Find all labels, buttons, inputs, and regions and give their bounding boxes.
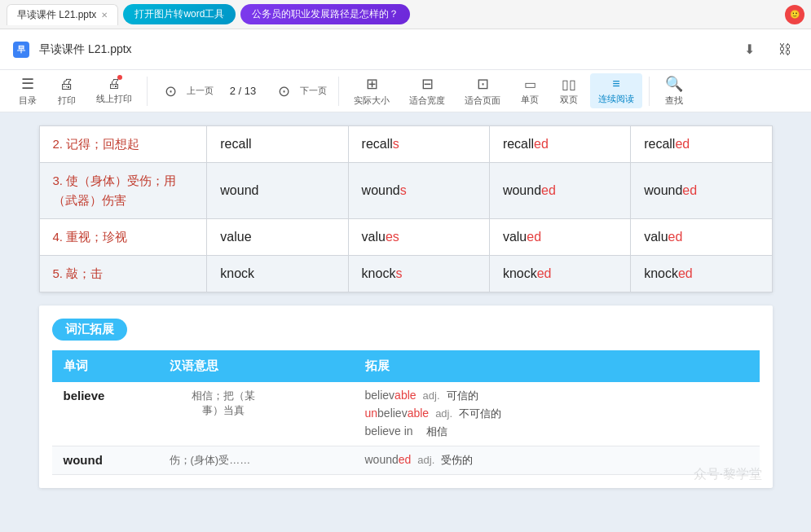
ed-form-1: knocked — [489, 256, 630, 292]
catalog-icon: ☰ — [21, 75, 34, 93]
expansion-item: believe in 相信 — [365, 424, 748, 439]
tab-title: 早读课件 L21.pptx — [17, 8, 96, 22]
toolbar-fit-width[interactable]: ⊟ 适合宽度 — [401, 72, 453, 110]
ed-form-2: valued — [631, 219, 772, 256]
expansion-pos: adj. — [417, 454, 434, 466]
toolbar-scroll-read[interactable]: ≡ 连续阅读 — [590, 73, 642, 108]
expansion-list: believable adj. 可信的 unbelievable adj. 不可… — [365, 389, 748, 439]
next-page-button[interactable]: ⊙ — [272, 80, 295, 103]
expansion-meaning: 不可信的 — [459, 407, 501, 421]
vocab-table: 单词 汉语意思 拓展 believe 相信；把（某事）当真 believable — [52, 350, 760, 475]
header-expansion: 拓展 — [354, 350, 760, 382]
vocab-space-cell — [289, 382, 354, 446]
vocab-expansion-cell: believable adj. 可信的 unbelievable adj. 不可… — [354, 382, 760, 446]
ed-form-2: wounded — [631, 163, 772, 219]
next-page-nav: ⊙ 下一页 — [267, 80, 332, 103]
print-label: 打印 — [58, 95, 76, 107]
app-title: 早读课件 L21.pptx — [39, 42, 132, 57]
ed-form-2: knocked — [631, 256, 772, 292]
share-icon: ⛓ — [778, 42, 791, 57]
fit-page-icon: ⊡ — [477, 75, 489, 93]
base-form: knock — [207, 256, 348, 292]
toolbar-online-print[interactable]: 🖨 线上打印 — [88, 73, 140, 108]
main-content: 2. 记得；回想起 recall recalls recalled recall… — [0, 112, 811, 532]
catalog-label: 目录 — [19, 95, 37, 107]
search-icon: 🔍 — [665, 75, 683, 93]
word-conjugation-table: 2. 记得；回想起 recall recalls recalled recall… — [39, 125, 773, 292]
career-question-button[interactable]: 公务员的职业发展路径是怎样的？ — [240, 4, 410, 24]
single-label: 单页 — [521, 94, 539, 106]
table-header-row: 单词 汉语意思 拓展 — [52, 350, 760, 382]
single-page-icon: ▭ — [524, 77, 536, 92]
header-spacer — [289, 350, 354, 382]
chinese-meaning: 5. 敲；击 — [39, 256, 207, 292]
ed-form-2: recalled — [631, 126, 772, 163]
print-icon: 🖨 — [60, 76, 74, 93]
tab-close-button[interactable]: ✕ — [101, 11, 108, 20]
table-row: 3. 使（身体）受伤；用（武器）伤害 wound wounds wounded … — [39, 163, 772, 219]
chinese-meaning: 3. 使（身体）受伤；用（武器）伤害 — [39, 163, 207, 219]
expansion-word: wounded — [365, 453, 412, 466]
toolbar-actual-size[interactable]: ⊞ 实际大小 — [346, 72, 398, 110]
toolbar-print[interactable]: 🖨 打印 — [49, 73, 85, 110]
toolbar-fit-page[interactable]: ⊡ 适合页面 — [456, 72, 509, 110]
ed-form-1: wounded — [489, 163, 630, 219]
toolbar-double-page[interactable]: ▯▯ 双页 — [551, 73, 587, 109]
vocab-cn-cell: 伤；(身体)受…… — [158, 446, 289, 475]
double-page-icon: ▯▯ — [562, 77, 576, 92]
fit-width-label: 适合宽度 — [409, 95, 445, 107]
toolbar-search[interactable]: 🔍 查找 — [656, 72, 692, 110]
s-form: wounds — [348, 163, 489, 219]
share-button[interactable]: ⛓ — [772, 37, 798, 63]
double-label: 双页 — [560, 94, 578, 106]
expansion-pos: adj. — [435, 407, 452, 420]
word-table-container: 2. 记得；回想起 recall recalls recalled recall… — [39, 125, 773, 292]
online-print-icon: 🖨 — [108, 77, 121, 91]
toolbar-divider-3 — [649, 77, 650, 106]
table-row: 4. 重视；珍视 value values valued valued — [39, 219, 772, 256]
app-logo: 早 — [13, 42, 29, 58]
scroll-icon: ≡ — [612, 77, 619, 91]
page-number-display: 2 / 13 — [222, 85, 264, 97]
chinese-meaning: 2. 记得；回想起 — [39, 126, 207, 163]
fit-width-icon: ⊟ — [421, 75, 434, 93]
toolbar-single-page[interactable]: ▭ 单页 — [512, 73, 548, 109]
vocab-word-cell: wound — [52, 446, 158, 475]
active-tab[interactable]: 早读课件 L21.pptx ✕ — [7, 4, 118, 25]
expansion-item: believable adj. 可信的 — [365, 389, 748, 403]
actual-size-icon: ⊞ — [366, 75, 378, 93]
prev-page-button[interactable]: ⊙ — [159, 80, 182, 103]
avatar[interactable]: 🙂 — [785, 5, 804, 24]
online-print-label: 线上打印 — [96, 93, 132, 105]
expansion-meaning: 相信 — [426, 424, 447, 439]
header-chinese: 汉语意思 — [158, 350, 289, 382]
prev-label: 上一页 — [187, 85, 214, 97]
vocab-word-cell: believe — [52, 382, 158, 446]
expansion-word: unbelievable — [365, 407, 430, 420]
download-icon: ⬇ — [744, 42, 755, 57]
base-form: wound — [207, 163, 348, 219]
app-bar: 早 早读课件 L21.pptx ⬇ ⛓ — [0, 29, 811, 70]
page-navigation: ⊙ 上一页 — [154, 80, 218, 103]
base-form: value — [207, 219, 348, 256]
expansion-meaning: 可信的 — [447, 389, 478, 403]
expansion-list: wounded adj. 受伤的 — [365, 453, 748, 468]
image-to-word-button[interactable]: 打开图片转word工具 — [123, 4, 236, 24]
expansion-word: believe in — [365, 424, 413, 437]
header-word: 单词 — [52, 350, 158, 382]
fit-page-label: 适合页面 — [465, 95, 500, 107]
s-form: knocks — [348, 256, 489, 292]
vocab-expansion-section: 词汇拓展 单词 汉语意思 拓展 believe 相信；把（某事）当真 — [39, 306, 773, 488]
chinese-meaning: 4. 重视；珍视 — [39, 219, 207, 256]
toolbar-catalog[interactable]: ☰ 目录 — [10, 72, 46, 110]
page-info: 2 / 13 — [227, 85, 259, 97]
toolbar-divider-2 — [338, 77, 339, 106]
s-form: recalls — [348, 126, 489, 163]
expansion-item: wounded adj. 受伤的 — [365, 453, 748, 468]
scroll-label: 连续阅读 — [598, 93, 634, 105]
s-form: values — [348, 219, 489, 256]
next-label: 下一页 — [300, 85, 327, 97]
base-form: recall — [207, 126, 348, 163]
download-button[interactable]: ⬇ — [736, 37, 762, 63]
actual-size-label: 实际大小 — [354, 95, 390, 107]
